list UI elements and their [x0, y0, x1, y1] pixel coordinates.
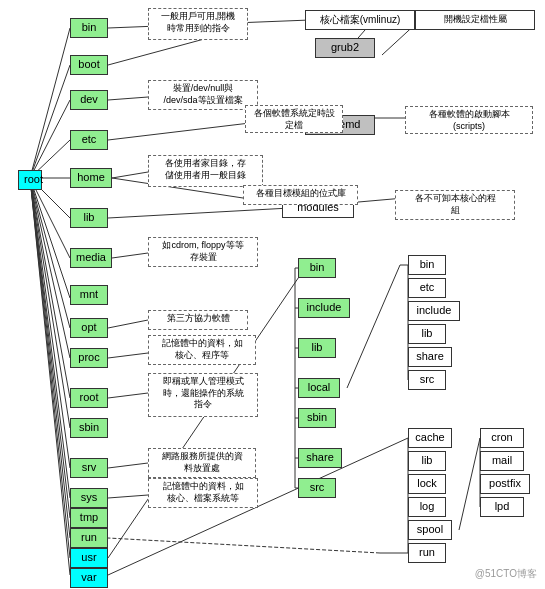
media-desc-label: 如cdrom, floppy等等存裝置 [148, 237, 258, 267]
mail-node: mail [480, 451, 524, 471]
usr-lib-node: lib [298, 338, 336, 358]
loc-share-node: share [408, 347, 452, 367]
root-desc-label: 即稱或單人管理模式時，還能操作的系統指令 [148, 373, 258, 417]
bin-node: bin [70, 18, 108, 38]
vmlinuz-node: 核心檔案(vmlinuz) [305, 10, 415, 30]
etc-desc-label: 各個軟體系統定時設定檔 [245, 105, 343, 133]
var-run-node: run [408, 543, 446, 563]
usr-local-node: local [298, 378, 340, 398]
lib-modes-label: 各種目標模組的位式庫 [243, 185, 358, 205]
bin-desc-label: 一般用戶可用,開機時常用到的指令 [148, 8, 248, 40]
svg-line-15 [30, 178, 70, 538]
loc-lib-node: lib [408, 324, 446, 344]
media-node: media [70, 248, 112, 268]
svg-line-16 [30, 178, 70, 558]
var-cache-node: cache [408, 428, 452, 448]
tmp-node: tmp [70, 508, 108, 528]
dev-node: dev [70, 90, 108, 110]
svg-line-2 [30, 100, 70, 178]
svg-line-23 [108, 123, 250, 140]
svg-line-33 [108, 393, 148, 398]
srv-desc-label: 網路服務所提供的資料放置處 [148, 448, 256, 478]
lpd-node: lpd [480, 497, 524, 517]
svg-line-28 [108, 208, 290, 218]
svg-line-8 [30, 178, 70, 328]
svg-line-26 [112, 172, 148, 178]
svg-line-14 [30, 178, 70, 518]
srv-node: srv [70, 458, 108, 478]
svg-line-11 [30, 178, 70, 428]
usr-share-node: share [298, 448, 342, 468]
svg-line-46 [347, 265, 400, 388]
loc-include-node: include [408, 301, 460, 321]
loc-etc-node: etc [408, 278, 446, 298]
etc-scripts-label: 各種軟體的啟動腳本(scripts) [405, 106, 533, 134]
proc-desc-label: 記憶體中的資料，如核心、程序等 [148, 335, 256, 365]
svg-line-30 [112, 253, 148, 258]
home-desc-label: 各使用者家目錄，存儲使用者用一般目錄 [148, 155, 263, 187]
opt-node: opt [70, 318, 108, 338]
svg-line-6 [30, 178, 70, 258]
watermark: @51CTO博客 [475, 567, 537, 581]
opt-desc-label: 第三方協力軟體 [148, 310, 248, 330]
root-dir-node: root [70, 388, 108, 408]
postfix-node: postfix [480, 474, 530, 494]
etc-node: etc [70, 130, 108, 150]
root-node: root [18, 170, 42, 190]
svg-line-13 [30, 178, 70, 498]
usr-node: usr [70, 548, 108, 568]
diagram: root bin boot dev etc home lib media mnt… [0, 0, 545, 589]
usr-bin-node: bin [298, 258, 336, 278]
proc-node: proc [70, 348, 108, 368]
svg-line-9 [30, 178, 70, 358]
usr-src-node: src [298, 478, 336, 498]
var-spool-node: spool [408, 520, 452, 540]
home-node: home [70, 168, 112, 188]
grub2-node: grub2 [315, 38, 375, 58]
usr-include-node: include [298, 298, 350, 318]
svg-line-31 [108, 320, 148, 328]
var-lib-node: lib [408, 451, 446, 471]
svg-line-17 [30, 178, 70, 575]
svg-line-22 [108, 97, 148, 100]
svg-line-12 [30, 178, 70, 468]
svg-line-10 [30, 178, 70, 398]
var-log-node: log [408, 497, 446, 517]
var-lock-node: lock [408, 474, 446, 494]
var-node: var [70, 568, 108, 588]
sbin-node: sbin [70, 418, 108, 438]
sys-desc-label: 記憶體中的資料，如核心、檔案系統等 [148, 478, 258, 508]
loc-src-node: src [408, 370, 446, 390]
mnt-node: mnt [70, 285, 108, 305]
svg-line-0 [30, 28, 70, 178]
svg-line-7 [30, 178, 70, 298]
sys-node: sys [70, 488, 108, 508]
dev-desc-label: 裝置/dev/null與/dev/sda等設置檔案 [148, 80, 258, 110]
lib-node: lib [70, 208, 108, 228]
bootcfg-node: 開機設定檔性屬 [415, 10, 535, 30]
svg-line-35 [108, 495, 148, 498]
svg-line-32 [108, 353, 148, 358]
boot-node: boot [70, 55, 108, 75]
svg-line-62 [459, 438, 480, 530]
svg-line-1 [30, 65, 70, 178]
loc-bin-node: bin [408, 255, 446, 275]
run-node: run [70, 528, 108, 548]
svg-line-34 [108, 463, 148, 468]
lib-note-label: 各不可卸本核心的程組 [395, 190, 515, 220]
usr-sbin-node: sbin [298, 408, 336, 428]
svg-line-69 [108, 538, 380, 553]
cron-node: cron [480, 428, 524, 448]
